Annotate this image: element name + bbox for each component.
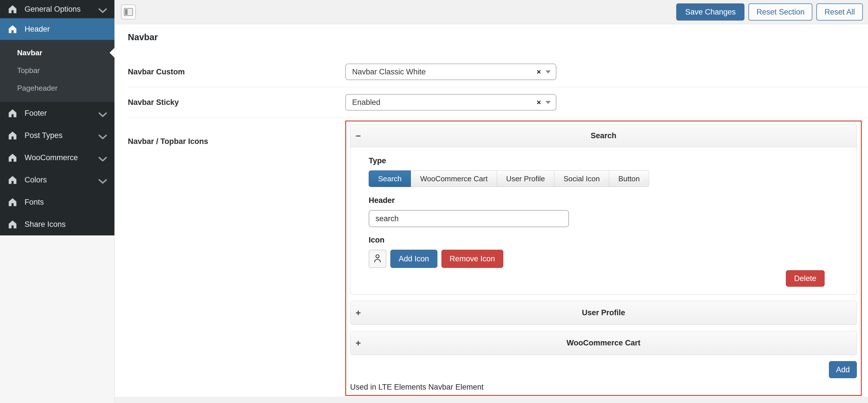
home-icon bbox=[7, 24, 18, 34]
home-icon bbox=[7, 175, 18, 185]
field-row-navbar-sticky: Navbar Sticky Enabled × bbox=[128, 87, 868, 118]
settings-panel: Navbar Navbar Custom Navbar Classic Whit… bbox=[115, 24, 868, 397]
panel-title: User Profile bbox=[582, 308, 625, 317]
home-icon bbox=[7, 131, 18, 140]
chevron-down-icon bbox=[98, 177, 107, 182]
sidebar-item-header[interactable]: Header bbox=[0, 18, 115, 40]
navbar-topbar-icons-editor: − Search Type Search WooCommerce Cart Us… bbox=[345, 121, 862, 396]
type-option-woocommerce-cart[interactable]: WooCommerce Cart bbox=[411, 170, 497, 187]
expand-panel-icon[interactable]: + bbox=[355, 338, 361, 347]
icon-preview-button[interactable] bbox=[369, 250, 386, 268]
collapse-sidebar-button[interactable] bbox=[121, 5, 136, 20]
sidebar-item-general-options[interactable]: General Options bbox=[0, 0, 115, 18]
sidebar-item-share-icons[interactable]: Share Icons bbox=[0, 213, 115, 235]
accordion-header-woocommerce-cart[interactable]: + WooCommerce Cart bbox=[350, 331, 857, 355]
page-title: Navbar bbox=[128, 24, 868, 57]
navbar-sticky-select[interactable]: Enabled × bbox=[345, 94, 556, 110]
remove-icon-button[interactable]: Remove Icon bbox=[441, 250, 503, 268]
field-label: Navbar Sticky bbox=[128, 98, 345, 107]
type-option-social-icon[interactable]: Social Icon bbox=[554, 170, 609, 187]
home-icon bbox=[7, 197, 18, 207]
field-description: Used in LTE Elements Navbar Element bbox=[350, 383, 857, 392]
icon-row: Add Icon Remove Icon bbox=[369, 250, 841, 268]
chevron-down-icon bbox=[98, 110, 107, 116]
accordion-header-search[interactable]: − Search bbox=[350, 125, 857, 147]
select-value: Navbar Classic White bbox=[352, 68, 426, 76]
options-menu: General Options Header Navbar Topbar Pag… bbox=[0, 0, 115, 235]
type-section-heading: Type bbox=[369, 157, 841, 165]
clear-selection-icon[interactable]: × bbox=[537, 68, 541, 76]
select-value: Enabled bbox=[352, 98, 380, 107]
reset-all-button[interactable]: Reset All bbox=[816, 3, 863, 21]
sidebar-item-fonts[interactable]: Fonts bbox=[0, 191, 115, 213]
caret-down-icon bbox=[546, 101, 551, 104]
sidebar-item-topbar[interactable]: Topbar bbox=[0, 62, 115, 79]
top-strip: Save Changes Reset Section Reset All bbox=[115, 0, 868, 24]
sidebar-item-label: WooCommerce bbox=[25, 153, 78, 162]
sidebar-item-woocommerce[interactable]: WooCommerce bbox=[0, 146, 115, 169]
panel-title: Search bbox=[591, 131, 616, 140]
clear-selection-icon[interactable]: × bbox=[537, 98, 541, 107]
home-icon bbox=[7, 153, 18, 163]
sidebar-item-colors[interactable]: Colors bbox=[0, 169, 115, 191]
sidebar-item-post-types[interactable]: Post Types bbox=[0, 124, 115, 146]
collapse-panel-icon[interactable]: − bbox=[355, 131, 361, 140]
page-background bbox=[115, 397, 868, 403]
search-panel-body: Type Search WooCommerce Cart User Profil… bbox=[350, 147, 857, 294]
add-panel-button[interactable]: Add bbox=[829, 361, 857, 378]
sidebar-item-label: Footer bbox=[25, 109, 47, 118]
reset-section-button[interactable]: Reset Section bbox=[748, 3, 812, 21]
home-icon bbox=[7, 4, 18, 14]
delete-row: Delete bbox=[369, 270, 841, 287]
type-button-group: Search WooCommerce Cart User Profile Soc… bbox=[369, 170, 649, 187]
sidebar-item-label: General Options bbox=[25, 5, 81, 14]
chevron-down-icon bbox=[98, 133, 107, 138]
field-row-navbar-topbar-icons: Navbar / Topbar Icons − Search Type Sear… bbox=[128, 118, 868, 403]
chevron-down-icon bbox=[98, 155, 107, 160]
accordion-panel-woocommerce-cart: + WooCommerce Cart bbox=[350, 331, 857, 355]
delete-button[interactable]: Delete bbox=[786, 270, 825, 287]
type-option-user-profile[interactable]: User Profile bbox=[497, 170, 554, 187]
add-row: Add bbox=[350, 361, 857, 378]
user-icon bbox=[373, 253, 382, 265]
accordion-panel-search: − Search Type Search WooCommerce Cart Us… bbox=[350, 124, 857, 294]
field-row-navbar-custom: Navbar Custom Navbar Classic White × bbox=[128, 57, 868, 87]
header-submenu: Navbar Topbar Pageheader bbox=[0, 40, 115, 102]
sidebar-item-label: Header bbox=[25, 25, 50, 34]
sidebar-item-label: Fonts bbox=[25, 198, 44, 207]
sidebar-item-pageheader[interactable]: Pageheader bbox=[0, 79, 115, 97]
toolbar-actions: Save Changes Reset Section Reset All bbox=[676, 3, 863, 21]
sidebar-item-label: Share Icons bbox=[25, 220, 66, 229]
panel-title: WooCommerce Cart bbox=[566, 339, 640, 347]
field-label: Navbar Custom bbox=[128, 68, 345, 76]
home-icon bbox=[7, 108, 18, 118]
sidebar-item-label: Colors bbox=[25, 175, 47, 184]
save-changes-button[interactable]: Save Changes bbox=[676, 3, 744, 21]
add-icon-button[interactable]: Add Icon bbox=[390, 250, 437, 268]
home-icon bbox=[7, 220, 18, 229]
sidebar-item-label: Topbar bbox=[17, 66, 40, 75]
sidebar-item-label: Navbar bbox=[17, 48, 42, 57]
caret-down-icon bbox=[546, 70, 551, 73]
sidebar-item-label: Post Types bbox=[25, 131, 62, 140]
options-sidebar: General Options Header Navbar Topbar Pag… bbox=[0, 0, 115, 403]
layout-icon bbox=[124, 8, 133, 16]
header-section-heading: Header bbox=[369, 196, 841, 205]
icon-section-heading: Icon bbox=[369, 236, 841, 244]
header-text-input[interactable] bbox=[369, 210, 569, 227]
expand-panel-icon[interactable]: + bbox=[355, 308, 361, 317]
type-option-button[interactable]: Button bbox=[609, 170, 649, 187]
field-label: Navbar / Topbar Icons bbox=[128, 137, 345, 146]
type-option-search[interactable]: Search bbox=[369, 170, 411, 187]
sidebar-item-label: Pageheader bbox=[17, 84, 58, 93]
accordion-panel-user-profile: + User Profile bbox=[350, 301, 857, 325]
navbar-custom-select[interactable]: Navbar Classic White × bbox=[345, 64, 556, 80]
sidebar-item-navbar[interactable]: Navbar bbox=[0, 44, 115, 62]
accordion-header-user-profile[interactable]: + User Profile bbox=[350, 301, 857, 324]
sidebar-item-footer[interactable]: Footer bbox=[0, 102, 115, 124]
chevron-down-icon bbox=[98, 6, 107, 12]
